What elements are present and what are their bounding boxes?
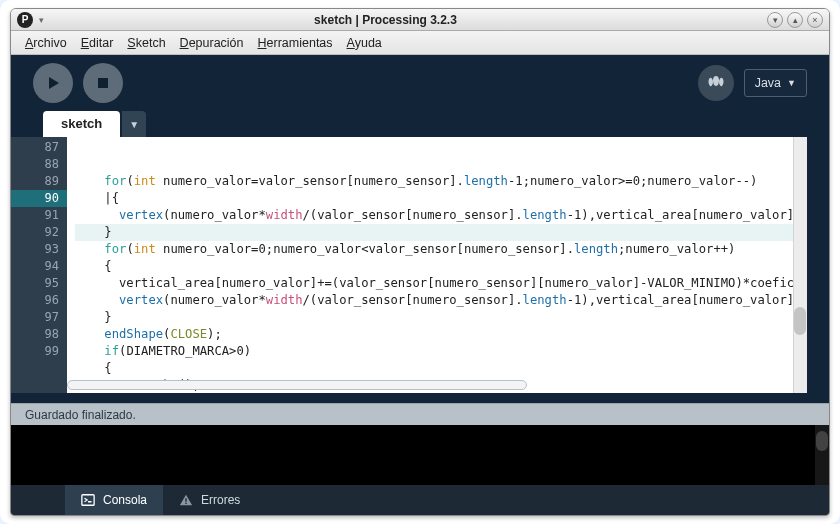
status-bar: Guardado finalizado. xyxy=(11,403,829,425)
code-line[interactable]: vertex(numero_valor*width/(valor_sensor[… xyxy=(75,207,807,224)
application-window: P ▾ sketch | Processing 3.2.3 ▾ ▴ × Arch… xyxy=(10,8,830,516)
editor-area: 87888990919293949596979899 for(int numer… xyxy=(11,137,829,403)
menu-bar: ArchivoEditarSketchDepuraciónHerramienta… xyxy=(11,31,829,55)
vertical-scroll-thumb[interactable] xyxy=(794,307,806,335)
console-vertical-scrollbar[interactable] xyxy=(815,425,829,485)
code-line[interactable]: for(int numero_valor=0;numero_valor<valo… xyxy=(75,241,807,258)
code-line[interactable]: { xyxy=(75,258,807,275)
code-line[interactable]: vertex(numero_valor*width/(valor_sensor[… xyxy=(75,292,807,309)
svg-rect-3 xyxy=(185,503,186,504)
menu-depuración[interactable]: Depuración xyxy=(174,34,250,52)
code-line[interactable]: endShape(CLOSE); xyxy=(75,326,807,343)
line-number-gutter: 87888990919293949596979899 xyxy=(11,137,67,393)
line-number: 89 xyxy=(11,173,67,190)
console-tab[interactable]: Consola xyxy=(65,485,163,515)
menu-herramientas[interactable]: Herramientas xyxy=(252,34,339,52)
run-button[interactable] xyxy=(33,63,73,103)
close-button[interactable]: × xyxy=(807,12,823,28)
console-icon xyxy=(81,493,95,507)
line-number: 94 xyxy=(11,258,67,275)
sketch-tab-strip: sketch ▼ xyxy=(11,111,829,137)
console-output[interactable] xyxy=(11,425,829,485)
console-tab-label: Consola xyxy=(103,493,147,507)
line-number: 87 xyxy=(11,139,67,156)
errors-tab[interactable]: Errores xyxy=(163,485,256,515)
menu-editar[interactable]: Editar xyxy=(75,34,120,52)
chevron-down-icon: ▼ xyxy=(787,78,796,88)
play-icon xyxy=(45,75,61,91)
window-titlebar: P ▾ sketch | Processing 3.2.3 ▾ ▴ × xyxy=(11,9,829,31)
line-number: 95 xyxy=(11,275,67,292)
line-number: 90 xyxy=(11,190,67,207)
line-number: 97 xyxy=(11,309,67,326)
menu-archivo[interactable]: Archivo xyxy=(19,34,73,52)
toolbar: Java ▼ xyxy=(11,55,829,111)
warning-icon xyxy=(179,493,193,507)
maximize-button[interactable]: ▴ xyxy=(787,12,803,28)
minimize-button[interactable]: ▾ xyxy=(767,12,783,28)
mode-selector[interactable]: Java ▼ xyxy=(744,69,807,97)
code-line[interactable]: } xyxy=(75,224,807,241)
line-number: 88 xyxy=(11,156,67,173)
svg-rect-0 xyxy=(98,78,108,88)
code-line[interactable]: } xyxy=(75,309,807,326)
line-number: 96 xyxy=(11,292,67,309)
sketch-tab[interactable]: sketch xyxy=(43,111,120,137)
line-number: 99 xyxy=(11,343,67,360)
tab-menu-button[interactable]: ▼ xyxy=(122,111,146,137)
code-editor[interactable]: for(int numero_valor=valor_sensor[numero… xyxy=(67,137,807,393)
mode-label: Java xyxy=(755,76,781,90)
code-line[interactable]: vertical_area[numero_valor]+=(valor_sens… xyxy=(75,275,807,292)
code-line[interactable]: |{ xyxy=(75,190,807,207)
stop-icon xyxy=(96,76,110,90)
butterfly-icon xyxy=(706,73,726,93)
menu-sketch[interactable]: Sketch xyxy=(121,34,171,52)
status-message: Guardado finalizado. xyxy=(25,408,136,422)
code-line[interactable]: if(DIAMETRO_MARCA>0) xyxy=(75,343,807,360)
code-line[interactable]: { xyxy=(75,360,807,377)
stop-button[interactable] xyxy=(83,63,123,103)
window-title: sketch | Processing 3.2.3 xyxy=(10,13,761,27)
menu-ayuda[interactable]: Ayuda xyxy=(341,34,388,52)
errors-tab-label: Errores xyxy=(201,493,240,507)
line-number: 98 xyxy=(11,326,67,343)
editor-vertical-scrollbar[interactable] xyxy=(793,137,807,393)
svg-rect-2 xyxy=(185,498,186,502)
line-number: 92 xyxy=(11,224,67,241)
bottom-tab-bar: Consola Errores xyxy=(11,485,829,515)
code-line[interactable]: for(int numero_valor=valor_sensor[numero… xyxy=(75,173,807,190)
line-number: 93 xyxy=(11,241,67,258)
line-number: 91 xyxy=(11,207,67,224)
editor-horizontal-scrollbar[interactable] xyxy=(67,380,527,390)
console-scroll-thumb[interactable] xyxy=(816,431,828,451)
debugger-button[interactable] xyxy=(698,65,734,101)
